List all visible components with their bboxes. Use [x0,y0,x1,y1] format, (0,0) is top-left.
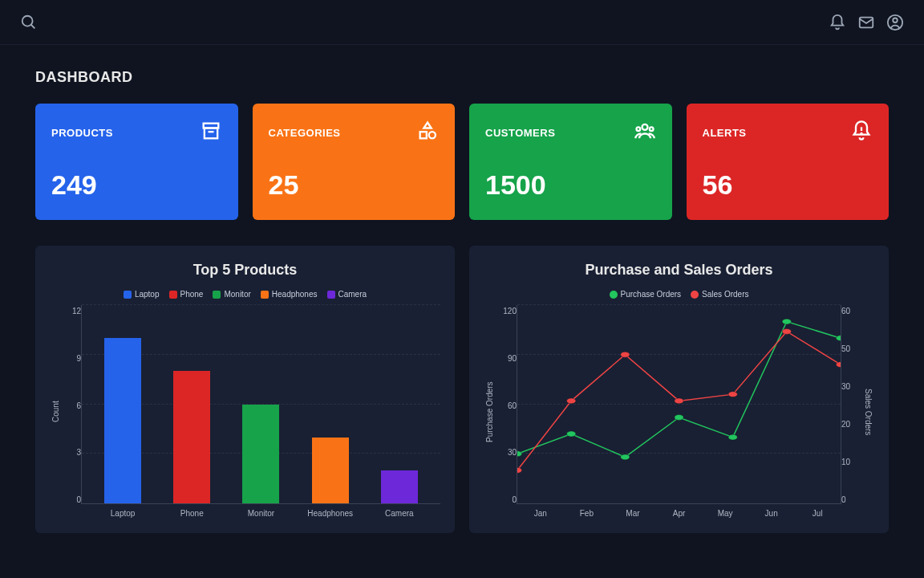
line-yaxis-right: 60503020100 [841,305,862,519]
data-point[interactable] [675,398,683,404]
card-label: ALERTS [703,127,747,139]
svg-point-12 [649,127,653,131]
topbar [0,0,924,45]
data-point[interactable] [621,454,630,460]
line-yaxis-label-right: Sales Orders [862,305,874,519]
card-value: 1500 [485,169,656,201]
svg-point-11 [636,127,640,131]
mail-icon[interactable] [857,13,876,32]
tick-label: Headphones [306,509,355,518]
chart-title: Purchase and Sales Orders [484,262,874,279]
data-point[interactable] [567,398,576,404]
card-label: PRODUCTS [51,127,113,139]
legend-item[interactable]: Laptop [124,290,160,299]
tick-label: Jan [517,509,564,518]
top5-products-panel: Top 5 Products LaptopPhoneMonitorHeadpho… [35,246,455,533]
line-yaxis-label-left: Purchase Orders [484,305,496,519]
data-point[interactable] [567,431,576,437]
tick-label: Monitor [237,509,285,518]
card-label: CUSTOMERS [485,127,555,139]
stat-cards: PRODUCTS249CATEGORIES25CUSTOMERS1500ALER… [35,104,889,220]
tick-label: Feb [564,509,610,518]
bar-monitor[interactable] [242,405,279,504]
card-value: 56 [703,169,873,201]
stat-card-categories[interactable]: CATEGORIES25 [253,104,456,220]
bar-laptop[interactable] [104,338,141,503]
svg-point-0 [22,15,33,26]
stat-card-customers[interactable]: CUSTOMERS1500 [469,104,672,220]
bar-yaxis: 129630 [62,305,81,519]
profile-icon[interactable] [886,13,905,32]
svg-point-9 [429,132,436,138]
data-point[interactable] [728,434,737,440]
bell-icon[interactable] [828,13,847,32]
orders-panel: Purchase and Sales Orders Purchase Order… [469,246,889,533]
bar-headphones[interactable] [312,438,349,503]
line-plot: JanFebMarAprMayJunJul [517,305,841,504]
legend-item[interactable]: Phone [169,290,204,299]
shapes-icon [416,120,439,145]
tick-label: Laptop [99,509,147,518]
data-point[interactable] [782,319,791,324]
legend-item[interactable]: Headphones [261,290,318,299]
stat-card-products[interactable]: PRODUCTS249 [35,104,238,220]
tick-label: Camera [375,509,424,518]
tick-label: Mar [610,509,656,518]
svg-point-4 [893,18,898,22]
card-label: CATEGORIES [269,127,341,139]
alert-icon [850,120,873,145]
archive-icon [200,120,222,145]
data-point[interactable] [675,415,683,421]
stat-card-alerts[interactable]: ALERTS56 [687,104,890,220]
data-point[interactable] [728,392,737,397]
legend-item[interactable]: Monitor [213,290,250,299]
tick-label: Phone [168,509,216,518]
search-icon[interactable] [19,13,38,32]
bar-camera[interactable] [381,470,418,503]
card-value: 249 [51,169,222,201]
svg-point-10 [642,124,647,130]
line-yaxis-left: 1209060300 [496,305,517,519]
svg-line-1 [31,24,35,28]
svg-rect-8 [420,132,427,138]
legend-item[interactable]: Sales Orders [691,290,748,299]
bar-phone[interactable] [173,371,210,503]
bar-legend: LaptopPhoneMonitorHeadphonesCamera [50,290,440,299]
page-title: DASHBOARD [35,69,889,86]
content: DASHBOARD PRODUCTS249CATEGORIES25CUSTOME… [0,45,924,549]
legend-item[interactable]: Camera [327,290,367,299]
tick-label: Jul [794,509,841,518]
bar-plot: LaptopPhoneMonitorHeadphonesCamera [81,305,440,504]
data-point[interactable] [836,336,841,341]
line-legend: Purchase OrdersSales Orders [484,290,874,299]
line-purchase-orders[interactable] [517,322,841,458]
tick-label: May [702,509,748,518]
svg-rect-6 [204,128,217,139]
data-point[interactable] [782,328,791,334]
data-point[interactable] [517,467,522,473]
tick-label: Jun [748,509,795,518]
legend-item[interactable]: Purchase Orders [610,290,682,299]
tick-label: Apr [656,509,703,518]
people-icon [634,120,656,145]
chart-title: Top 5 Products [50,262,440,279]
data-point[interactable] [621,352,630,357]
bar-yaxis-label: Count [50,305,62,519]
svg-point-14 [861,133,861,134]
card-value: 25 [269,169,440,201]
